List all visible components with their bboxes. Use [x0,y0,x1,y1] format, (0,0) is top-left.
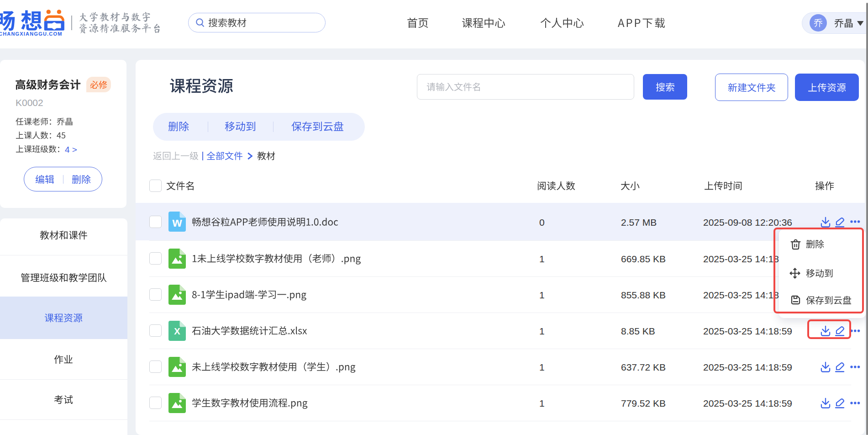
svg-text:w: w [172,216,182,229]
svg-text:X: X [174,326,180,336]
